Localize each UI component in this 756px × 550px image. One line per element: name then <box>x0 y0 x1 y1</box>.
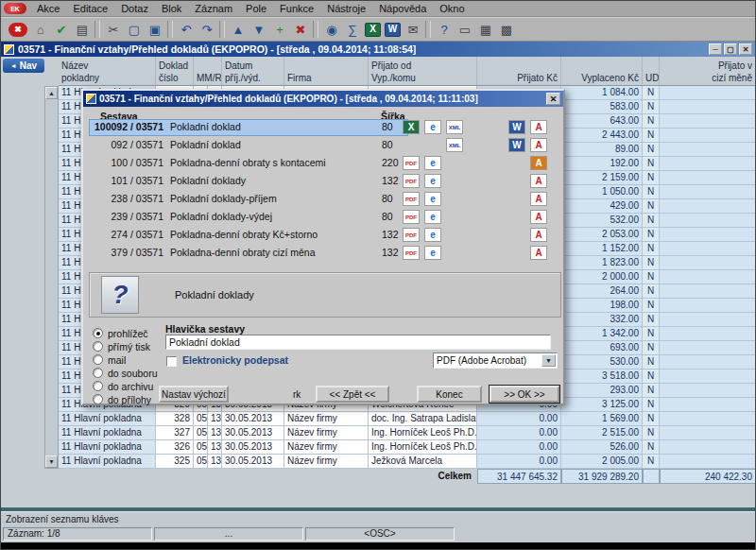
word-icon[interactable]: W <box>385 23 401 37</box>
table-row[interactable]: 11 Hlavní pokladna325051330.05.2013Název… <box>59 455 756 469</box>
scroll-down-icon[interactable]: ▼ <box>45 455 58 468</box>
report-row[interactable]: 100092 / 03571Pokladní doklad80XeXMLWA <box>83 119 563 137</box>
output-option-2[interactable]: přímý tisk <box>93 340 150 352</box>
acrobat-icon[interactable]: A <box>530 138 547 152</box>
redo-icon[interactable]: ↷ <box>197 20 217 39</box>
output-option-4[interactable]: do souboru <box>93 367 158 379</box>
menu-item-záznam[interactable]: Záznam <box>188 2 239 15</box>
table-row[interactable]: 11 Hlavní pokladna326051330.05.2013Název… <box>59 440 756 455</box>
end-button[interactable]: Konec <box>417 386 482 403</box>
next-record-icon[interactable]: ▼ <box>249 20 269 39</box>
record-scrollbar[interactable]: ▲ ▼ <box>44 86 59 469</box>
prev-record-icon[interactable]: ▲ <box>228 20 249 39</box>
menu-item-editace[interactable]: Editace <box>66 2 114 15</box>
table-row[interactable]: 11 Hlavní pokladna327051330.05.2013Název… <box>59 426 756 440</box>
acrobat-alt-icon[interactable]: A <box>530 156 547 170</box>
ie-icon[interactable]: e <box>424 174 441 188</box>
acrobat-icon[interactable]: A <box>530 120 547 134</box>
windows-icon[interactable]: ▭ <box>455 20 475 39</box>
xml-icon[interactable]: XML <box>446 120 463 134</box>
menu-item-funkce[interactable]: Funkce <box>273 2 320 15</box>
dialog-close-icon[interactable]: ✕ <box>546 93 560 105</box>
pdf-icon[interactable]: PDF <box>403 156 420 170</box>
report-row[interactable]: 238 / 03571Pokladní doklady-příjem80PDFe… <box>83 191 563 209</box>
report-row[interactable]: 239 / 03571Pokladní doklady-výdej80PDFeA <box>83 209 563 227</box>
pdf-icon[interactable]: PDF <box>403 228 420 242</box>
cell-rr: 13 <box>208 455 222 469</box>
set-default-button[interactable]: Nastav výchozí <box>159 386 229 403</box>
ie-icon[interactable]: e <box>424 192 441 206</box>
ie-icon[interactable]: e <box>424 246 441 260</box>
cut-icon[interactable]: ✂ <box>103 20 124 39</box>
exit-icon[interactable]: ✖ <box>9 23 27 37</box>
report-row[interactable]: 379 / 03571Pokladna-denní obraty cizí mě… <box>83 245 563 263</box>
dropdown-arrow-icon[interactable]: ▼ <box>541 354 556 367</box>
report-row[interactable]: 101 / 03571Pokladní doklady132PDFeA <box>83 173 563 191</box>
word-icon[interactable]: W <box>508 120 525 134</box>
back-button[interactable]: << Zpět << <box>316 386 389 403</box>
cell-mm: 05 <box>194 455 208 469</box>
pdf-icon[interactable]: PDF <box>403 210 420 224</box>
delete-record-icon[interactable]: ✖ <box>290 20 311 39</box>
commit-icon[interactable]: ✔ <box>51 20 72 39</box>
door-icon[interactable]: ⌂ <box>30 20 51 39</box>
report-header-input[interactable] <box>165 335 551 350</box>
sum-icon[interactable]: ∑ <box>342 20 363 39</box>
word-icon[interactable]: W <box>508 138 525 152</box>
print-icon[interactable]: ▤ <box>72 20 93 39</box>
excel-icon[interactable]: X <box>365 23 381 37</box>
scroll-up-icon[interactable]: ▲ <box>45 87 58 99</box>
acrobat-icon[interactable]: A <box>530 192 547 206</box>
paste-icon[interactable]: ▣ <box>145 20 165 39</box>
menu-item-blok[interactable]: Blok <box>155 2 188 15</box>
nav-button[interactable]: ◄ Nav <box>3 59 44 73</box>
minimize-button-icon[interactable]: ─ <box>709 43 722 55</box>
acrobat-icon[interactable]: A <box>530 246 547 260</box>
output-option-1[interactable]: prohlížeč <box>93 327 148 339</box>
pdf-icon[interactable]: PDF <box>403 174 420 188</box>
calculator-icon[interactable]: ▩ <box>496 20 517 39</box>
copy-icon[interactable]: ▢ <box>124 20 145 39</box>
format-dropdown[interactable]: PDF (Adobe Acrobat) ▼ <box>433 352 558 369</box>
report-row[interactable]: 274 / 03571Pokladna-denní obraty Kč+stor… <box>83 227 563 245</box>
pdf-icon[interactable]: PDF <box>403 246 420 260</box>
ie-icon[interactable]: e <box>424 210 441 224</box>
close-button-icon[interactable]: ✕ <box>739 43 752 55</box>
ie-icon[interactable]: e <box>424 228 441 242</box>
toolbar-separator <box>425 21 431 38</box>
undo-icon[interactable]: ↶ <box>176 20 197 39</box>
acrobat-icon[interactable]: A <box>530 210 547 224</box>
menu-item-akce[interactable]: Akce <box>30 2 66 15</box>
ie-icon[interactable]: e <box>424 120 441 134</box>
sign-checkbox[interactable] <box>166 356 177 367</box>
output-option-6[interactable]: do přílohy <box>93 393 151 405</box>
menu-item-nástroje[interactable]: Nástroje <box>320 2 372 15</box>
output-option-3[interactable]: mail <box>93 353 126 366</box>
xml-icon[interactable]: XML <box>446 138 463 152</box>
table-row[interactable]: 11 Hlavní pokladna328051330.05.2013Název… <box>59 412 756 426</box>
calendar-icon[interactable]: ▦ <box>475 20 496 39</box>
help-icon[interactable]: ? <box>434 20 455 39</box>
cell-udd: N <box>643 199 660 214</box>
report-name: Pokladní doklady-příjem <box>170 193 378 204</box>
insert-record-icon[interactable]: + <box>269 20 290 39</box>
acrobat-icon[interactable]: A <box>530 228 547 242</box>
search-icon[interactable]: ◉ <box>321 20 342 39</box>
restore-button-icon[interactable]: ▢ <box>724 43 737 55</box>
menu-item-nápověda[interactable]: Nápověda <box>372 2 433 15</box>
acrobat-icon[interactable]: A <box>530 174 547 188</box>
dialog-titlebar[interactable]: 03571 - Finanční vztahy/Přehled dokladů … <box>83 91 563 107</box>
window-titlebar[interactable]: 03571 - Finanční vztahy/Přehled dokladů … <box>1 42 755 57</box>
menu-item-pole[interactable]: Pole <box>239 2 273 15</box>
report-row[interactable]: 100 / 03571Pokladna-denní obraty s konta… <box>83 155 563 173</box>
pdf-icon[interactable]: PDF <box>403 192 420 206</box>
output-option-5[interactable]: do archivu <box>93 380 153 392</box>
mail-icon[interactable]: ✉ <box>403 20 423 39</box>
excel-icon[interactable]: X <box>403 120 420 134</box>
format-dropdown-value: PDF (Adobe Acrobat) <box>437 355 526 366</box>
ok-button[interactable]: >> OK >> <box>490 386 559 403</box>
menu-item-dotaz[interactable]: Dotaz <box>114 2 155 15</box>
ie-icon[interactable]: e <box>424 156 441 170</box>
report-row[interactable]: 092 / 03571Pokladní doklad80XMLWA <box>83 137 563 155</box>
menu-item-okno[interactable]: Okno <box>433 2 471 15</box>
